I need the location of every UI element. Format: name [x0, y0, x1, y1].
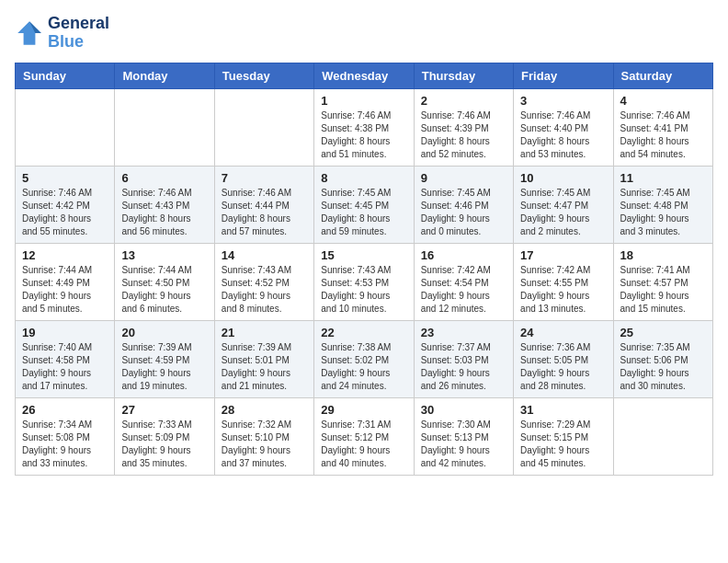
- day-number: 3: [520, 94, 606, 108]
- day-number: 11: [620, 171, 706, 185]
- day-number: 1: [321, 94, 406, 108]
- calendar-cell: 31Sunrise: 7:29 AM Sunset: 5:15 PM Dayli…: [514, 397, 613, 475]
- calendar-cell: 20Sunrise: 7:39 AM Sunset: 4:59 PM Dayli…: [115, 320, 214, 397]
- calendar-cell: 22Sunrise: 7:38 AM Sunset: 5:02 PM Dayli…: [314, 320, 414, 397]
- calendar-cell: 11Sunrise: 7:45 AM Sunset: 4:48 PM Dayli…: [613, 166, 712, 243]
- calendar-cell: 9Sunrise: 7:45 AM Sunset: 4:46 PM Daylig…: [414, 166, 513, 243]
- day-info: Sunrise: 7:46 AM Sunset: 4:39 PM Dayligh…: [421, 109, 506, 161]
- day-number: 24: [520, 326, 606, 339]
- day-info: Sunrise: 7:43 AM Sunset: 4:53 PM Dayligh…: [321, 264, 406, 316]
- day-info: Sunrise: 7:45 AM Sunset: 4:45 PM Dayligh…: [321, 187, 406, 238]
- calendar-week: 1Sunrise: 7:46 AM Sunset: 4:38 PM Daylig…: [16, 88, 713, 166]
- calendar-cell: 28Sunrise: 7:32 AM Sunset: 5:10 PM Dayli…: [214, 397, 313, 475]
- calendar-cell: 10Sunrise: 7:45 AM Sunset: 4:47 PM Dayli…: [514, 166, 613, 243]
- calendar-cell: 24Sunrise: 7:36 AM Sunset: 5:05 PM Dayli…: [514, 320, 613, 397]
- logo: General Blue: [15, 15, 109, 52]
- day-info: Sunrise: 7:46 AM Sunset: 4:42 PM Dayligh…: [22, 187, 108, 238]
- calendar-cell: [16, 88, 115, 166]
- calendar-cell: [214, 88, 313, 166]
- day-number: 29: [321, 403, 406, 417]
- day-number: 16: [421, 248, 506, 262]
- weekday-header: Thursday: [414, 63, 513, 88]
- day-info: Sunrise: 7:46 AM Sunset: 4:44 PM Dayligh…: [222, 187, 307, 238]
- day-number: 30: [421, 403, 506, 417]
- day-info: Sunrise: 7:32 AM Sunset: 5:10 PM Dayligh…: [222, 419, 307, 470]
- logo-text: General Blue: [48, 15, 109, 52]
- calendar-cell: 1Sunrise: 7:46 AM Sunset: 4:38 PM Daylig…: [314, 88, 414, 166]
- day-number: 21: [222, 326, 307, 339]
- day-number: 6: [121, 171, 207, 185]
- day-number: 19: [22, 326, 108, 339]
- day-number: 8: [321, 171, 406, 185]
- day-info: Sunrise: 7:34 AM Sunset: 5:08 PM Dayligh…: [22, 419, 108, 470]
- day-number: 10: [520, 171, 606, 185]
- day-info: Sunrise: 7:45 AM Sunset: 4:48 PM Dayligh…: [620, 187, 706, 238]
- calendar-cell: 2Sunrise: 7:46 AM Sunset: 4:39 PM Daylig…: [414, 88, 513, 166]
- calendar-cell: 8Sunrise: 7:45 AM Sunset: 4:45 PM Daylig…: [314, 166, 414, 243]
- day-info: Sunrise: 7:33 AM Sunset: 5:09 PM Dayligh…: [121, 419, 207, 470]
- day-info: Sunrise: 7:39 AM Sunset: 4:59 PM Dayligh…: [121, 341, 207, 393]
- calendar-cell: 16Sunrise: 7:42 AM Sunset: 4:54 PM Dayli…: [414, 243, 513, 320]
- day-number: 15: [321, 248, 406, 262]
- day-info: Sunrise: 7:46 AM Sunset: 4:43 PM Dayligh…: [121, 187, 207, 238]
- day-number: 31: [520, 403, 606, 417]
- calendar-cell: 7Sunrise: 7:46 AM Sunset: 4:44 PM Daylig…: [214, 166, 313, 243]
- calendar-cell: 6Sunrise: 7:46 AM Sunset: 4:43 PM Daylig…: [115, 166, 214, 243]
- day-info: Sunrise: 7:46 AM Sunset: 4:41 PM Dayligh…: [620, 109, 706, 161]
- day-number: 28: [222, 403, 307, 417]
- weekday-header: Monday: [115, 63, 214, 88]
- day-info: Sunrise: 7:30 AM Sunset: 5:13 PM Dayligh…: [421, 419, 506, 470]
- calendar-cell: 19Sunrise: 7:40 AM Sunset: 4:58 PM Dayli…: [16, 320, 115, 397]
- day-info: Sunrise: 7:31 AM Sunset: 5:12 PM Dayligh…: [321, 419, 406, 470]
- day-info: Sunrise: 7:42 AM Sunset: 4:55 PM Dayligh…: [520, 264, 606, 316]
- calendar-cell: 18Sunrise: 7:41 AM Sunset: 4:57 PM Dayli…: [613, 243, 712, 320]
- day-info: Sunrise: 7:41 AM Sunset: 4:57 PM Dayligh…: [620, 264, 706, 316]
- calendar-week: 12Sunrise: 7:44 AM Sunset: 4:49 PM Dayli…: [16, 243, 713, 320]
- day-number: 5: [22, 171, 108, 185]
- calendar-cell: 23Sunrise: 7:37 AM Sunset: 5:03 PM Dayli…: [414, 320, 513, 397]
- day-number: 23: [421, 326, 506, 339]
- calendar-cell: 25Sunrise: 7:35 AM Sunset: 5:06 PM Dayli…: [613, 320, 712, 397]
- day-info: Sunrise: 7:40 AM Sunset: 4:58 PM Dayligh…: [22, 341, 108, 393]
- day-number: 25: [620, 326, 706, 339]
- day-number: 12: [22, 248, 108, 262]
- calendar-cell: [613, 397, 712, 475]
- weekday-header: Sunday: [16, 63, 115, 88]
- day-info: Sunrise: 7:39 AM Sunset: 5:01 PM Dayligh…: [222, 341, 307, 393]
- calendar-table: SundayMondayTuesdayWednesdayThursdayFrid…: [15, 63, 713, 476]
- day-number: 13: [121, 248, 207, 262]
- calendar-cell: 21Sunrise: 7:39 AM Sunset: 5:01 PM Dayli…: [214, 320, 313, 397]
- day-info: Sunrise: 7:45 AM Sunset: 4:47 PM Dayligh…: [520, 187, 606, 238]
- day-info: Sunrise: 7:38 AM Sunset: 5:02 PM Dayligh…: [321, 341, 406, 393]
- day-info: Sunrise: 7:44 AM Sunset: 4:50 PM Dayligh…: [121, 264, 207, 316]
- calendar-cell: 12Sunrise: 7:44 AM Sunset: 4:49 PM Dayli…: [16, 243, 115, 320]
- weekday-header: Friday: [514, 63, 613, 88]
- calendar-cell: 4Sunrise: 7:46 AM Sunset: 4:41 PM Daylig…: [613, 88, 712, 166]
- calendar-cell: 17Sunrise: 7:42 AM Sunset: 4:55 PM Dayli…: [514, 243, 613, 320]
- day-info: Sunrise: 7:46 AM Sunset: 4:38 PM Dayligh…: [321, 109, 406, 161]
- day-info: Sunrise: 7:35 AM Sunset: 5:06 PM Dayligh…: [620, 341, 706, 393]
- day-number: 9: [421, 171, 506, 185]
- calendar-week: 26Sunrise: 7:34 AM Sunset: 5:08 PM Dayli…: [16, 397, 713, 475]
- day-info: Sunrise: 7:45 AM Sunset: 4:46 PM Dayligh…: [421, 187, 506, 238]
- day-number: 26: [22, 403, 108, 417]
- page-header: General Blue: [15, 15, 713, 52]
- calendar-cell: 29Sunrise: 7:31 AM Sunset: 5:12 PM Dayli…: [314, 397, 414, 475]
- calendar-cell: [115, 88, 214, 166]
- day-info: Sunrise: 7:46 AM Sunset: 4:40 PM Dayligh…: [520, 109, 606, 161]
- day-info: Sunrise: 7:43 AM Sunset: 4:52 PM Dayligh…: [222, 264, 307, 316]
- day-info: Sunrise: 7:42 AM Sunset: 4:54 PM Dayligh…: [421, 264, 506, 316]
- day-number: 14: [222, 248, 307, 262]
- day-number: 17: [520, 248, 606, 262]
- calendar-cell: 30Sunrise: 7:30 AM Sunset: 5:13 PM Dayli…: [414, 397, 513, 475]
- calendar-cell: 5Sunrise: 7:46 AM Sunset: 4:42 PM Daylig…: [16, 166, 115, 243]
- day-number: 27: [121, 403, 207, 417]
- calendar-week: 19Sunrise: 7:40 AM Sunset: 4:58 PM Dayli…: [16, 320, 713, 397]
- day-info: Sunrise: 7:44 AM Sunset: 4:49 PM Dayligh…: [22, 264, 108, 316]
- day-number: 7: [222, 171, 307, 185]
- day-number: 2: [421, 94, 506, 108]
- day-info: Sunrise: 7:37 AM Sunset: 5:03 PM Dayligh…: [421, 341, 506, 393]
- calendar-cell: 27Sunrise: 7:33 AM Sunset: 5:09 PM Dayli…: [115, 397, 214, 475]
- day-info: Sunrise: 7:29 AM Sunset: 5:15 PM Dayligh…: [520, 419, 606, 470]
- weekday-header: Wednesday: [314, 63, 414, 88]
